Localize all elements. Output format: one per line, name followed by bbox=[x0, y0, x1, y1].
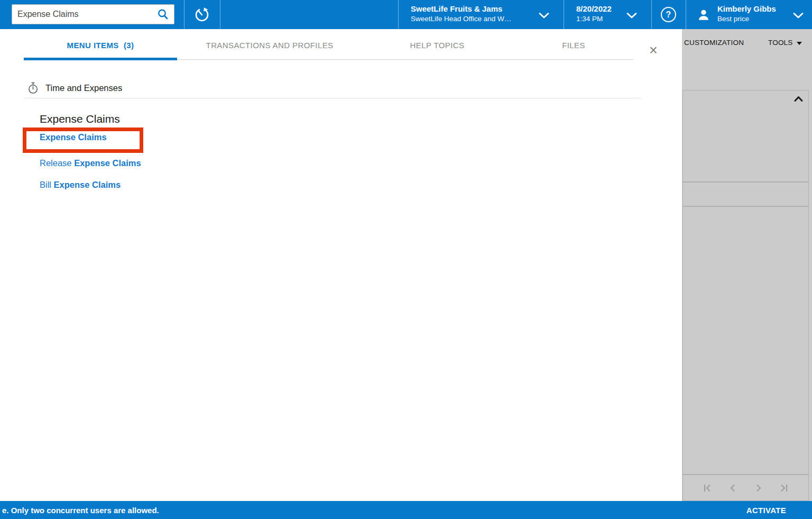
date-time-selector[interactable]: 8/20/2022 1:34 PM bbox=[564, 0, 651, 29]
active-tab-indicator bbox=[24, 58, 177, 60]
company-branch: SweetLife Head Office and W… bbox=[411, 14, 511, 24]
user-name: Kimberly Gibbs bbox=[717, 4, 776, 14]
stopwatch-icon bbox=[27, 82, 39, 94]
business-date: 8/20/2022 bbox=[576, 4, 612, 14]
chevron-down-icon bbox=[539, 12, 549, 21]
company-selector[interactable]: SweetLife Fruits & Jams SweetLife Head O… bbox=[398, 0, 564, 29]
time-icon bbox=[193, 6, 210, 23]
customization-menu[interactable]: CUSTOMIZATION bbox=[684, 39, 744, 47]
status-bar: e. Only two concurrent users are allowed… bbox=[0, 501, 812, 519]
side-panel-section bbox=[682, 182, 809, 206]
chevron-down-icon bbox=[626, 12, 637, 21]
tab-files[interactable]: FILES bbox=[512, 41, 635, 62]
chevron-up-icon[interactable] bbox=[794, 95, 803, 104]
topbar-divider bbox=[220, 0, 220, 29]
result-match-text: Expense Claims bbox=[40, 132, 107, 142]
tab-help-topics[interactable]: HELP TOPICS bbox=[362, 41, 512, 62]
topbar-divider bbox=[651, 0, 652, 29]
result-group-title: Expense Claims bbox=[40, 113, 120, 125]
user-icon bbox=[696, 7, 712, 25]
tools-menu[interactable]: TOOLS bbox=[768, 39, 802, 47]
tab-transactions-and-profiles[interactable]: TRANSACTIONS AND PROFILES bbox=[177, 41, 362, 62]
top-bar: SweetLife Fruits & Jams SweetLife Head O… bbox=[0, 0, 812, 29]
side-panel: CUSTOMIZATION TOOLS bbox=[682, 29, 812, 501]
user-menu[interactable]: Kimberly Gibbs Best price bbox=[686, 0, 812, 29]
user-subtitle: Best price bbox=[717, 14, 776, 24]
side-panel-toolbar: CUSTOMIZATION TOOLS bbox=[682, 29, 812, 61]
result-match-text: Expense Claims bbox=[54, 180, 121, 189]
company-name: SweetLife Fruits & Jams bbox=[411, 4, 511, 14]
search-icon[interactable] bbox=[156, 8, 174, 21]
license-message: e. Only two concurrent users are allowed… bbox=[2, 506, 159, 515]
business-date-button[interactable] bbox=[184, 0, 220, 29]
global-search-box[interactable] bbox=[12, 4, 174, 24]
result-match-text: Expense Claims bbox=[74, 158, 141, 168]
result-link-bill-expense-claims[interactable]: Bill Expense Claims bbox=[40, 180, 121, 190]
result-prefix-text: Bill bbox=[40, 180, 54, 189]
tab-label: FILES bbox=[562, 41, 585, 50]
tab-label: TRANSACTIONS AND PROFILES bbox=[206, 41, 334, 50]
pagination-bar bbox=[682, 475, 809, 501]
tab-count: (3) bbox=[124, 41, 134, 50]
result-link-expense-claims[interactable]: Expense Claims bbox=[40, 132, 107, 142]
tools-label: TOOLS bbox=[768, 39, 793, 47]
help-question-glyph: ? bbox=[666, 10, 671, 20]
activate-button[interactable]: ACTIVATE bbox=[746, 506, 786, 515]
result-link-release-expense-claims[interactable]: Release Expense Claims bbox=[40, 158, 141, 168]
category-label: Time and Expenses bbox=[45, 83, 122, 93]
result-prefix-text: Release bbox=[40, 158, 74, 168]
side-panel-section bbox=[682, 206, 809, 475]
chevron-down-icon bbox=[793, 12, 804, 21]
first-page-icon[interactable] bbox=[700, 481, 714, 495]
search-input[interactable] bbox=[12, 10, 156, 19]
search-results-panel: MENU ITEMS (3) TRANSACTIONS AND PROFILES… bbox=[0, 29, 682, 501]
close-icon[interactable]: × bbox=[646, 43, 661, 58]
tab-label: MENU ITEMS bbox=[67, 41, 119, 50]
category-row: Time and Expenses bbox=[27, 82, 122, 94]
caret-down-icon bbox=[797, 42, 802, 45]
help-icon[interactable]: ? bbox=[661, 7, 676, 22]
tab-label: HELP TOPICS bbox=[410, 41, 465, 50]
business-time: 1:34 PM bbox=[576, 14, 612, 24]
side-panel-section bbox=[682, 90, 809, 182]
last-page-icon[interactable] bbox=[777, 481, 791, 495]
previous-page-icon[interactable] bbox=[726, 481, 740, 495]
divider bbox=[24, 98, 641, 98]
next-page-icon[interactable] bbox=[752, 481, 765, 495]
